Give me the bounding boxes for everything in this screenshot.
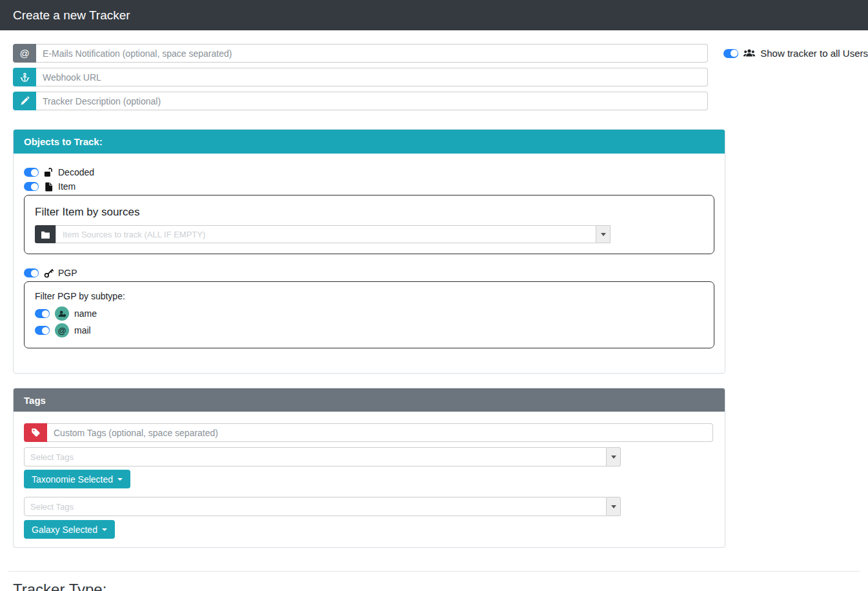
tracker-description-field-group [13, 92, 708, 110]
item-filter-title: Filter Item by sources [35, 206, 703, 219]
galaxy-tags-select [24, 497, 621, 516]
lock-open-icon [43, 168, 54, 177]
item-toggle-row: Item [24, 181, 714, 192]
webhook-url-input[interactable] [36, 68, 708, 86]
tracker-type-title: Tracker Type: [13, 581, 868, 591]
pgp-filter-title: Filter PGP by subtype: [35, 291, 703, 301]
chevron-down-icon [117, 478, 123, 481]
pgp-name-label: name [74, 308, 97, 319]
tracker-description-input[interactable] [36, 92, 708, 110]
page-header: Create a new Tracker [0, 0, 868, 30]
at-icon: @ [13, 44, 36, 63]
objects-to-track-card: Objects to Track: Decoded Item [13, 129, 725, 374]
decoded-toggle[interactable] [24, 168, 39, 177]
pgp-name-row: name [35, 306, 703, 321]
tags-body: Taxonomie Selected Galaxy Selected [14, 412, 725, 547]
objects-to-track-header: Objects to Track: [14, 130, 725, 154]
galaxy-selected-button[interactable]: Galaxy Selected [24, 520, 115, 539]
item-toggle[interactable] [24, 182, 39, 191]
custom-tags-field-group [24, 423, 713, 442]
show-all-users-row: Show tracker to all Users [723, 44, 868, 63]
pgp-label: PGP [58, 268, 77, 278]
show-all-users-toggle[interactable] [723, 49, 738, 58]
pgp-toggle[interactable] [24, 268, 39, 277]
top-section: @ [0, 44, 868, 115]
item-label: Item [58, 181, 76, 192]
taxonomy-tags-dropdown-button[interactable] [607, 447, 621, 466]
pencil-icon [13, 92, 36, 110]
pgp-filter-box: Filter PGP by subtype: name @ mail [24, 281, 714, 348]
custom-tags-input[interactable] [47, 423, 713, 442]
at-circle-icon: @ [55, 323, 69, 337]
taxonomie-selected-label: Taxonomie Selected [32, 474, 113, 485]
item-filter-box: Filter Item by sources [24, 195, 714, 254]
taxonomy-tags-input[interactable] [24, 447, 607, 466]
pgp-toggle-row: PGP [24, 267, 714, 279]
pgp-name-toggle[interactable] [35, 309, 50, 318]
item-sources-multiselect [35, 225, 611, 243]
tag-icon [24, 423, 47, 442]
galaxy-tags-input[interactable] [24, 497, 607, 516]
webhook-url-field-group [13, 68, 708, 86]
tags-header: Tags [14, 388, 725, 412]
decoded-label: Decoded [58, 167, 94, 177]
decoded-toggle-row: Decoded [24, 166, 714, 178]
file-icon [43, 182, 54, 192]
pgp-mail-toggle[interactable] [35, 326, 50, 335]
section-divider [8, 571, 860, 572]
email-notification-field-group: @ [13, 44, 708, 63]
taxonomy-tags-select [24, 447, 621, 466]
chevron-down-icon [601, 233, 606, 236]
tags-card: Tags Taxonomie Selected [13, 388, 725, 548]
galaxy-selected-label: Galaxy Selected [32, 525, 97, 535]
objects-to-track-body: Decoded Item Filter Item by sources [14, 154, 725, 373]
chevron-down-icon [611, 505, 616, 508]
chevron-down-icon [102, 528, 107, 531]
key-icon [43, 268, 54, 278]
email-notification-input[interactable] [36, 44, 708, 63]
notification-fields: @ [13, 44, 708, 115]
item-sources-dropdown-button[interactable] [596, 225, 611, 243]
user-tag-icon [55, 306, 69, 321]
galaxy-tags-dropdown-button[interactable] [607, 497, 621, 516]
users-icon [743, 48, 756, 58]
page-title: Create a new Tracker [13, 8, 130, 23]
item-sources-input[interactable] [56, 225, 596, 243]
show-all-users-label: Show tracker to all Users [760, 48, 868, 59]
anchor-icon [13, 68, 36, 86]
folder-icon [35, 225, 56, 243]
pgp-mail-label: mail [74, 325, 91, 336]
chevron-down-icon [611, 456, 616, 459]
taxonomie-selected-button[interactable]: Taxonomie Selected [24, 470, 130, 488]
pgp-mail-row: @ mail [35, 323, 703, 337]
